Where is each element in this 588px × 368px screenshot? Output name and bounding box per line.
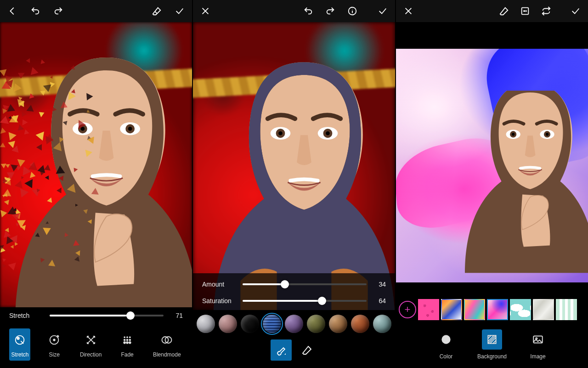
swatch-black[interactable] [241,315,259,333]
close-icon[interactable] [200,6,210,16]
thumbnail-marble[interactable] [533,299,554,320]
tool-fade[interactable]: Fade [117,328,138,361]
swap-icon[interactable] [541,6,551,16]
thumbnail-pink-dots[interactable] [418,299,439,320]
tool-direction[interactable]: Direction [78,328,103,361]
undo-icon[interactable] [30,6,40,16]
info-icon[interactable] [347,6,357,16]
swatch-rose[interactable] [219,315,237,333]
svg-point-9 [53,339,55,341]
blendmode-icon [160,334,173,346]
apply-icon[interactable] [175,6,185,16]
eraser-icon[interactable] [499,6,509,16]
stretch-icon [13,334,26,346]
svg-point-14 [127,339,128,341]
swatch-teal[interactable] [373,315,391,333]
apply-icon[interactable] [571,6,581,16]
saturation-slider[interactable] [243,300,367,302]
thumbnail-paint-blue-orange[interactable] [441,299,462,320]
thumbnail-teal-clouds[interactable] [510,299,531,320]
slider-value: 71 [170,312,183,319]
svg-point-11 [127,337,128,338]
brush-mode-row [193,336,395,368]
effect-toolbar: StretchSizeDirectionFadeBlendmode [0,324,192,368]
back-icon[interactable] [7,6,17,16]
svg-point-17 [126,342,128,344]
eraser-button[interactable] [296,339,317,361]
apply-icon[interactable] [378,6,388,16]
svg-point-12 [130,337,130,338]
eraser-icon[interactable] [152,6,162,16]
color-swatch-row [193,310,395,336]
sliders-overlay: Amount 34Saturation 64 [193,273,395,310]
stretch-slider-row: Stretch 71 [0,307,192,324]
hair-color-editor-panel: Amount 34Saturation 64 [193,0,395,368]
circle-fill-icon [440,334,452,345]
swatch-blue[interactable] [263,315,281,333]
aspect-icon[interactable] [520,6,530,16]
redo-icon[interactable] [325,6,335,16]
svg-point-18 [129,342,131,344]
undo-icon[interactable] [303,6,313,16]
canvas[interactable] [396,49,588,282]
thumbnail-paint-yellow-pink[interactable] [464,299,485,320]
background-source-tabs: ColorBackgroundImage [396,324,588,368]
size-icon [48,334,61,346]
svg-point-7 [17,337,20,339]
stretch-slider[interactable] [50,315,164,316]
saturation-slider-row: Saturation 64 [193,293,395,309]
brush-button[interactable] [271,339,292,361]
swatch-copper[interactable] [351,315,369,333]
slider-label: Stretch [9,312,43,319]
redo-icon[interactable] [53,6,63,16]
fade-icon [121,334,134,346]
canvas[interactable] [0,22,192,307]
svg-point-15 [130,339,131,341]
topbar [193,0,395,22]
topbar [396,0,588,22]
direction-icon [85,334,97,346]
swatch-bronze[interactable] [329,315,347,333]
tool-stretch[interactable]: Stretch [9,328,30,361]
mode-background[interactable]: Background [477,329,507,360]
swatch-silver[interactable] [197,315,215,333]
swatch-olive[interactable] [307,315,325,333]
add-background-button[interactable]: + [399,301,416,318]
swatch-purple[interactable] [285,315,303,333]
tool-size[interactable]: Size [44,328,65,361]
close-icon[interactable] [403,6,413,16]
background-editor-panel: + ColorBackgroundImage [396,0,588,368]
background-thumbnails: + [396,295,588,324]
mode-image[interactable]: Image [528,329,548,360]
dispersion-editor-panel: Stretch 71 StretchSizeDirectionFadeBlend… [0,0,192,368]
svg-point-13 [124,339,125,341]
svg-point-23 [442,335,450,343]
tool-blendmode[interactable]: Blendmode [151,328,183,361]
thumbnail-paint-pink-blue[interactable] [487,299,508,320]
svg-point-16 [124,342,125,344]
amount-slider-row: Amount 34 [193,276,395,293]
topbar [0,0,192,22]
amount-slider[interactable] [243,283,367,285]
canvas[interactable]: Amount 34Saturation 64 [193,22,395,310]
thumbnail-mint-stripes[interactable] [556,299,577,320]
image-icon [532,334,544,345]
mode-color[interactable]: Color [436,329,456,360]
svg-point-10 [124,337,125,338]
hatch-icon [486,334,498,345]
